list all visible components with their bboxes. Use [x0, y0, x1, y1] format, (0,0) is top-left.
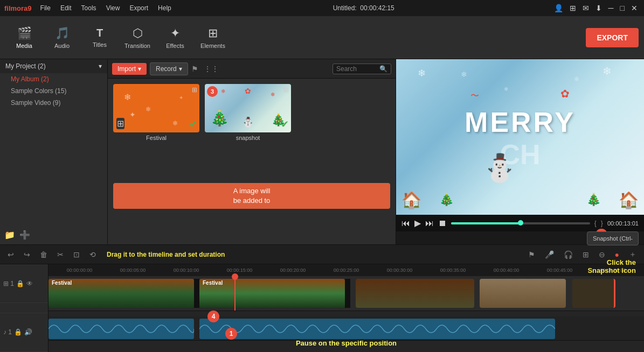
audio-lock-icon[interactable]: 🔒	[14, 328, 22, 336]
maximize-button[interactable]: □	[618, 4, 627, 12]
media-grid: ⊞ ❄ ❄ ✦ ✦ ❄ ⊞ ✔ Festival ⊞ 🎄 �	[108, 79, 396, 244]
menu-tools[interactable]: Tools	[77, 3, 101, 13]
nav-sample-video[interactable]: Sample Video (9)	[0, 97, 107, 109]
video-clip-5[interactable]	[572, 279, 615, 308]
nav-sample-colors[interactable]: Sample Colors (15)	[0, 85, 107, 97]
delete-button[interactable]: 🗑	[37, 249, 51, 260]
step-4-area: 4	[207, 311, 219, 322]
export-button[interactable]: EXPORT	[586, 28, 639, 47]
add-folder-icon[interactable]: 📁	[4, 230, 15, 240]
preview-panel: ❄ ❄ ❄ ❄ ❄ 〜 ✿ MERRY CH ⛄ 🏠 🏠 🎄 🎄	[396, 59, 644, 244]
video-track: Festival Festival	[49, 276, 644, 311]
nav-my-album[interactable]: My Album (2)	[0, 73, 107, 85]
search-input[interactable]	[336, 65, 379, 73]
step-4-circle: 4	[207, 311, 219, 322]
progress-fill	[451, 222, 521, 224]
snapshot-check-icon: ✔	[281, 118, 289, 130]
timeline-ruler: 00:00:00:00 00:00:05:00 00:00:10:00 00:0…	[49, 264, 644, 276]
preview-video: ❄ ❄ ❄ ❄ ❄ 〜 ✿ MERRY CH ⛄ 🏠 🏠 🎄 🎄	[396, 59, 644, 215]
project-header: My Project (2) ▾	[0, 59, 107, 73]
ruler-mark-0: 00:00:00:00	[53, 267, 106, 273]
cut-button[interactable]: ✂	[54, 249, 67, 260]
snapshot-thumbnail[interactable]: ⊞ 🎄 🎄 ⛄ ❄ ❄ ✿ ✔ 3	[205, 84, 291, 132]
ruler-mark-8: 00:00:40:00	[480, 267, 533, 273]
tool-media-label: Media	[16, 43, 32, 49]
import-chevron-icon: ▾	[138, 65, 141, 73]
media-item-snapshot: ⊞ 🎄 🎄 ⛄ ❄ ❄ ✿ ✔ 3 snapshot	[205, 84, 291, 171]
tool-audio-label: Audio	[54, 43, 70, 49]
festival-thumbnail[interactable]: ⊞ ❄ ❄ ✦ ✦ ❄ ⊞ ✔	[113, 84, 199, 132]
festival-grid-icon: ⊞	[192, 86, 197, 94]
tool-audio[interactable]: 🎵 Audio	[43, 19, 81, 57]
timeline-toolbar: ↩ ↪ 🗑 ✂ ⊡ ⟲ Drag it to the timeline and …	[0, 245, 644, 264]
audio-volume-icon[interactable]: 🔊	[24, 328, 32, 336]
playhead[interactable]	[234, 276, 236, 311]
panel-chevron-icon[interactable]: ▾	[99, 62, 102, 70]
video-clip-1[interactable]: Festival	[49, 279, 194, 308]
time-display: 00:00:13:01	[607, 220, 639, 227]
menu-view[interactable]: View	[102, 3, 124, 13]
record-tl-button[interactable]: ⟲	[86, 249, 99, 260]
media-icon: 🎬	[17, 26, 32, 40]
menu-help[interactable]: Help	[154, 3, 176, 13]
video-clip-4[interactable]	[480, 279, 566, 308]
tool-effects[interactable]: ✦ Effects	[156, 19, 194, 57]
video-clip-3[interactable]	[356, 279, 474, 308]
timeline-tracks: 00:00:00:00 00:00:05:00 00:00:10:00 00:0…	[49, 264, 644, 352]
record-button[interactable]: Record ▾	[150, 62, 188, 75]
import-button[interactable]: Import ▾	[112, 63, 147, 75]
prev-frame-button[interactable]: ⏮	[401, 219, 410, 228]
menu-bar: File Edit Tools View Export Help	[36, 3, 176, 13]
marker-button[interactable]: ⚑	[525, 249, 538, 260]
next-frame-button[interactable]: ⏭	[425, 219, 434, 228]
lock-icon[interactable]: 🔒	[16, 280, 24, 287]
tool-elements[interactable]: ⊞ Elements	[194, 19, 232, 57]
main-area: My Project (2) ▾ My Album (2) Sample Col…	[0, 59, 644, 244]
eye-icon[interactable]: 👁	[26, 280, 33, 287]
festival-label: Festival	[113, 135, 199, 141]
layout-icon[interactable]: ⊞	[567, 4, 578, 12]
tool-titles[interactable]: T Titles	[81, 19, 119, 57]
menu-export[interactable]: Export	[125, 3, 153, 13]
annotation-area: A image willbe added to	[113, 179, 390, 239]
audio-button[interactable]: 🎧	[560, 249, 576, 260]
progress-bar[interactable]	[451, 222, 590, 224]
tool-effects-label: Effects	[166, 43, 184, 49]
user-icon[interactable]: 👤	[552, 4, 565, 12]
filter-icon[interactable]: ⚑	[191, 65, 198, 73]
download-icon[interactable]: ⬇	[593, 4, 604, 12]
content-panel: Import ▾ Record ▾ ⚑ ⋮⋮ 🔍 ⊞ ❄ ❄	[108, 59, 396, 244]
elements-icon: ⊞	[208, 26, 218, 40]
tool-media[interactable]: 🎬 Media	[5, 19, 43, 57]
audio-icon: 🎵	[55, 26, 70, 40]
search-icon[interactable]: 🔍	[379, 65, 387, 73]
add-media-icon[interactable]: ➕	[19, 230, 30, 240]
left-panel: My Project (2) ▾ My Album (2) Sample Col…	[0, 59, 108, 244]
progress-dot	[518, 220, 523, 226]
image-annotation-text: A image willbe added to	[113, 183, 390, 209]
snapshot-label: snapshot	[205, 135, 291, 141]
undo-button[interactable]: ↩	[4, 249, 17, 260]
video-clip-2[interactable]: Festival	[199, 279, 345, 308]
minimize-button[interactable]: ─	[606, 4, 616, 12]
play-button[interactable]: ▶	[414, 218, 421, 228]
stop-button[interactable]: ⏹	[438, 219, 447, 228]
tool-transition[interactable]: ⬡ Transition	[119, 19, 156, 57]
mail-icon[interactable]: ✉	[580, 4, 591, 12]
redo-button[interactable]: ↪	[20, 249, 33, 260]
voice-button[interactable]: 🎤	[542, 249, 557, 260]
snapshot-tooltip: Snapshot (Ctrl-	[587, 231, 639, 245]
ruler-mark-6: 00:00:30:00	[373, 267, 426, 273]
track-ctrl-video: ⊞ 1 🔒 👁	[0, 264, 48, 303]
audio-wave-svg-1	[49, 319, 194, 339]
close-button[interactable]: ✕	[629, 4, 640, 12]
clip-gap-2	[345, 279, 350, 308]
grid-view-icon[interactable]: ⋮⋮	[204, 65, 219, 73]
crop-button[interactable]: ⊡	[70, 249, 83, 260]
track-ctrl-audio-spacer	[0, 303, 48, 313]
menu-edit[interactable]: Edit	[56, 3, 76, 13]
titlebar-left: filmora9 File Edit Tools View Export Hel…	[4, 3, 176, 13]
festival-select-icon: ⊞	[116, 118, 124, 129]
menu-file[interactable]: File	[36, 3, 55, 13]
snapshot-badge: 3	[207, 86, 218, 97]
